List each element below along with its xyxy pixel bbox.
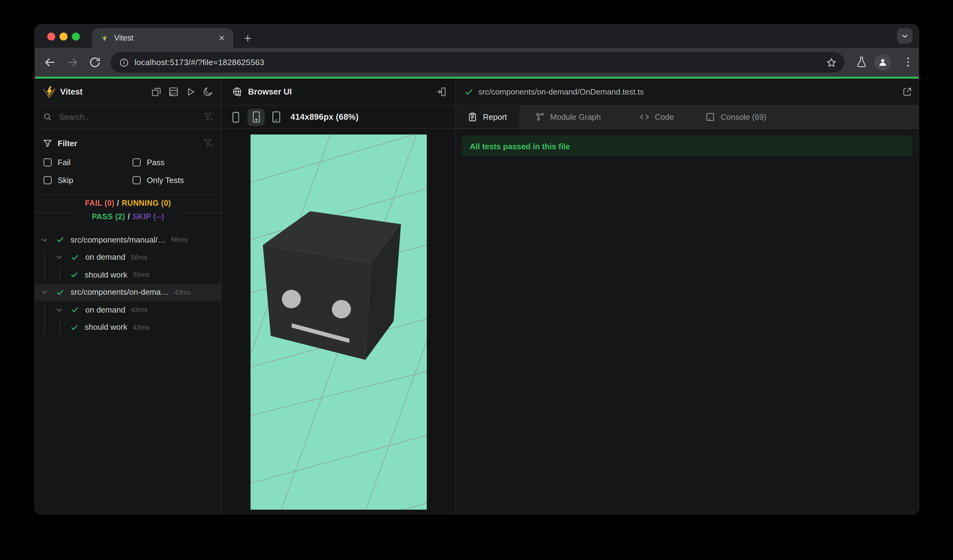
clear-filters-icon[interactable] bbox=[203, 138, 214, 148]
pass-count: PASS (2) bbox=[92, 213, 125, 221]
minimize-window-button[interactable] bbox=[60, 33, 68, 40]
chevron-down-icon[interactable] bbox=[55, 306, 63, 314]
console-icon bbox=[706, 112, 715, 122]
filter-checkbox-pass[interactable]: Pass bbox=[133, 158, 165, 167]
profile-avatar[interactable] bbox=[874, 54, 891, 71]
maximize-window-button[interactable] bbox=[72, 33, 80, 40]
report-panel: src/components/on-demand/OnDemand.test.t… bbox=[456, 79, 919, 514]
forward-button[interactable] bbox=[66, 56, 79, 69]
address-bar[interactable]: localhost:5173/#/?file=1828625563 bbox=[110, 52, 844, 73]
test-duration: 43ms bbox=[131, 306, 147, 313]
dark-mode-moon-icon[interactable] bbox=[203, 87, 213, 97]
tab-code[interactable]: Code bbox=[629, 105, 685, 128]
skip-count: SKIP (--) bbox=[132, 213, 164, 221]
test-summary: FAIL (0)/RUNNING (0) PASS (2)/SKIP (--) bbox=[35, 195, 221, 231]
tree-row-suite[interactable]: on demand 56ms bbox=[35, 248, 221, 266]
run-all-play-icon[interactable] bbox=[185, 87, 196, 97]
browser-preview-viewport[interactable] bbox=[250, 135, 427, 510]
search-icon bbox=[43, 112, 52, 122]
banner-text: All tests passed in this file bbox=[470, 141, 570, 151]
filter-checkbox-fail[interactable]: Fail bbox=[43, 158, 124, 167]
pass-check-icon bbox=[70, 323, 79, 332]
tab-report[interactable]: Report bbox=[456, 105, 520, 128]
tab-close-icon[interactable]: × bbox=[216, 33, 227, 43]
chevron-down-icon[interactable] bbox=[55, 253, 63, 261]
pass-check-icon bbox=[70, 270, 79, 279]
test-suite-name: on demand bbox=[85, 305, 125, 314]
open-external-icon[interactable] bbox=[902, 87, 913, 97]
device-toolbar: 414x896px (68%) bbox=[222, 105, 455, 129]
chevron-down-icon[interactable] bbox=[40, 236, 48, 244]
browser-ui-title: Browser UI bbox=[248, 87, 292, 96]
new-tab-button[interactable] bbox=[239, 30, 255, 46]
tree-row-test[interactable]: should work 43ms bbox=[35, 318, 221, 336]
checkbox-icon[interactable] bbox=[133, 176, 141, 184]
test-file-name: src/components/on-dema… bbox=[71, 288, 169, 297]
viewport-size-label: 414x896px (68%) bbox=[290, 112, 359, 122]
test-suite-name: on demand bbox=[85, 253, 125, 262]
tree-row-file-selected[interactable]: src/components/on-dema… 43ms bbox=[35, 283, 221, 301]
browser-menu-icon[interactable] bbox=[902, 56, 914, 68]
search-input[interactable] bbox=[58, 112, 203, 122]
tab-label: Code bbox=[655, 112, 674, 122]
pass-check-icon bbox=[56, 236, 64, 244]
pass-check-icon bbox=[464, 87, 473, 96]
checkbox-icon[interactable] bbox=[133, 158, 141, 166]
tab-label: Report bbox=[483, 112, 507, 122]
filter-checkbox-only-tests[interactable]: Only Tests bbox=[133, 175, 184, 185]
bookmark-star-icon[interactable] bbox=[826, 57, 837, 68]
traffic-lights bbox=[47, 33, 80, 40]
tree-row-test[interactable]: should work 55ms bbox=[35, 266, 221, 283]
report-header: src/components/on-demand/OnDemand.test.t… bbox=[456, 79, 919, 105]
report-tabs: Report Module Graph Code Console (69) bbox=[456, 105, 919, 129]
sidebar: Vitest bbox=[35, 79, 222, 514]
dashboard-windows-icon[interactable] bbox=[151, 87, 161, 97]
checkbox-label: Pass bbox=[147, 158, 165, 167]
site-info-icon[interactable] bbox=[119, 57, 129, 67]
checkbox-icon[interactable] bbox=[43, 158, 51, 166]
device-tablet-minus-button[interactable] bbox=[271, 112, 282, 123]
pass-check-icon bbox=[56, 288, 64, 296]
titlebar: Vitest × bbox=[35, 25, 919, 48]
device-phone-plus-button-selected[interactable] bbox=[247, 109, 265, 126]
test-case-name: should work bbox=[85, 270, 127, 279]
clear-search-filter-icon[interactable] bbox=[203, 112, 214, 122]
filter-title: Filter bbox=[58, 138, 78, 148]
filter-section: Filter Fail Pass bbox=[35, 129, 221, 195]
tab-module-graph[interactable]: Module Graph bbox=[525, 105, 612, 128]
tab-console[interactable]: Console (69) bbox=[695, 105, 778, 128]
test-duration: 56ms bbox=[171, 236, 188, 244]
module-graph-icon bbox=[535, 112, 545, 122]
tree-row-file[interactable]: src/components/manual/… 56ms bbox=[35, 231, 221, 248]
test-file-name: src/components/manual/… bbox=[71, 235, 166, 244]
screen: Vitest × localhost:5173/#/?fil bbox=[0, 0, 953, 560]
checkbox-label: Only Tests bbox=[147, 175, 184, 185]
sidebar-title: Vitest bbox=[60, 87, 82, 96]
dock-panel-right-icon[interactable] bbox=[436, 87, 446, 97]
browser-tab[interactable]: Vitest × bbox=[92, 28, 233, 48]
experiments-flask-icon[interactable] bbox=[855, 56, 868, 68]
test-duration: 56ms bbox=[131, 254, 147, 261]
reload-button[interactable] bbox=[88, 56, 101, 69]
sidebar-toolbar bbox=[151, 87, 213, 97]
back-button[interactable] bbox=[43, 56, 56, 69]
summary-line-2: PASS (2)/SKIP (--) bbox=[35, 213, 221, 221]
tab-label: Console (69) bbox=[720, 112, 766, 122]
robot-cube bbox=[263, 211, 401, 360]
report-dashboard-icon[interactable] bbox=[168, 87, 178, 97]
pass-check-icon bbox=[71, 306, 79, 314]
device-phone-small-button[interactable] bbox=[230, 112, 241, 123]
checkbox-label: Skip bbox=[58, 175, 73, 185]
search-row bbox=[35, 105, 221, 129]
test-file-path: src/components/on-demand/OnDemand.test.t… bbox=[478, 87, 644, 96]
test-duration: 43ms bbox=[133, 324, 149, 331]
browser-toolbar: localhost:5173/#/?file=1828625563 bbox=[35, 48, 919, 77]
checkbox-icon[interactable] bbox=[43, 176, 51, 184]
close-window-button[interactable] bbox=[47, 33, 55, 40]
tab-search-button[interactable] bbox=[897, 28, 913, 43]
filter-checkbox-skip[interactable]: Skip bbox=[43, 175, 124, 185]
tree-row-suite[interactable]: on demand 43ms bbox=[35, 301, 221, 318]
chevron-down-icon[interactable] bbox=[40, 288, 48, 296]
summary-line-1: FAIL (0)/RUNNING (0) bbox=[35, 199, 221, 208]
url-text: localhost:5173/#/?file=1828625563 bbox=[135, 58, 264, 67]
